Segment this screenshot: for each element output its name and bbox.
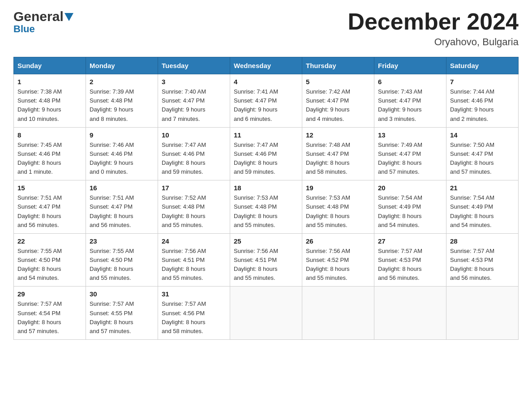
calendar-cell: 29Sunrise: 7:57 AMSunset: 4:54 PMDayligh… <box>14 287 86 340</box>
day-info: Sunrise: 7:55 AMSunset: 4:50 PMDaylight:… <box>90 247 154 283</box>
day-number: 8 <box>17 131 82 139</box>
calendar-cell: 4Sunrise: 7:41 AMSunset: 4:47 PMDaylight… <box>230 74 302 128</box>
day-header-tuesday: Tuesday <box>158 57 230 74</box>
day-number: 16 <box>90 184 154 192</box>
day-number: 9 <box>90 131 154 139</box>
day-info: Sunrise: 7:42 AMSunset: 4:47 PMDaylight:… <box>306 87 370 124</box>
day-number: 14 <box>450 131 515 139</box>
day-info: Sunrise: 7:50 AMSunset: 4:47 PMDaylight:… <box>450 141 515 177</box>
calendar-table: SundayMondayTuesdayWednesdayThursdayFrid… <box>13 57 519 340</box>
day-info: Sunrise: 7:57 AMSunset: 4:54 PMDaylight:… <box>17 300 82 336</box>
day-number: 20 <box>378 184 442 192</box>
day-info: Sunrise: 7:53 AMSunset: 4:48 PMDaylight:… <box>306 193 370 230</box>
day-info: Sunrise: 7:57 AMSunset: 4:53 PMDaylight:… <box>378 247 442 283</box>
calendar-cell: 2Sunrise: 7:39 AMSunset: 4:48 PMDaylight… <box>86 74 158 128</box>
calendar-cell: 24Sunrise: 7:56 AMSunset: 4:51 PMDayligh… <box>158 233 230 287</box>
day-info: Sunrise: 7:54 AMSunset: 4:49 PMDaylight:… <box>450 193 515 230</box>
calendar-cell: 6Sunrise: 7:43 AMSunset: 4:47 PMDaylight… <box>374 74 446 128</box>
calendar-week-row: 15Sunrise: 7:51 AMSunset: 4:47 PMDayligh… <box>14 180 519 234</box>
day-number: 17 <box>162 184 226 192</box>
day-number: 15 <box>17 184 82 192</box>
day-info: Sunrise: 7:56 AMSunset: 4:51 PMDaylight:… <box>234 247 298 283</box>
calendar-cell: 21Sunrise: 7:54 AMSunset: 4:49 PMDayligh… <box>446 180 519 234</box>
calendar-cell: 5Sunrise: 7:42 AMSunset: 4:47 PMDaylight… <box>302 74 374 128</box>
day-info: Sunrise: 7:43 AMSunset: 4:47 PMDaylight:… <box>378 87 442 124</box>
day-header-monday: Monday <box>86 57 158 74</box>
day-info: Sunrise: 7:47 AMSunset: 4:46 PMDaylight:… <box>234 141 298 177</box>
calendar-week-row: 22Sunrise: 7:55 AMSunset: 4:50 PMDayligh… <box>14 233 519 287</box>
day-info: Sunrise: 7:55 AMSunset: 4:50 PMDaylight:… <box>17 247 82 283</box>
day-info: Sunrise: 7:56 AMSunset: 4:52 PMDaylight:… <box>306 247 370 283</box>
day-info: Sunrise: 7:56 AMSunset: 4:51 PMDaylight:… <box>162 247 226 283</box>
day-number: 18 <box>234 184 298 192</box>
day-number: 11 <box>234 131 298 139</box>
day-number: 19 <box>306 184 370 192</box>
calendar-cell: 27Sunrise: 7:57 AMSunset: 4:53 PMDayligh… <box>374 233 446 287</box>
day-number: 13 <box>378 131 442 139</box>
day-info: Sunrise: 7:48 AMSunset: 4:47 PMDaylight:… <box>306 141 370 177</box>
calendar-week-row: 1Sunrise: 7:38 AMSunset: 4:48 PMDaylight… <box>14 74 519 128</box>
day-header-wednesday: Wednesday <box>230 57 302 74</box>
day-info: Sunrise: 7:44 AMSunset: 4:46 PMDaylight:… <box>450 87 515 124</box>
calendar-cell: 15Sunrise: 7:51 AMSunset: 4:47 PMDayligh… <box>14 180 86 234</box>
day-number: 7 <box>450 78 515 86</box>
day-info: Sunrise: 7:41 AMSunset: 4:47 PMDaylight:… <box>234 87 298 124</box>
calendar-cell: 18Sunrise: 7:53 AMSunset: 4:48 PMDayligh… <box>230 180 302 234</box>
calendar-cell <box>230 287 302 340</box>
calendar-cell: 16Sunrise: 7:51 AMSunset: 4:47 PMDayligh… <box>86 180 158 234</box>
calendar-cell: 20Sunrise: 7:54 AMSunset: 4:49 PMDayligh… <box>374 180 446 234</box>
day-number: 30 <box>90 290 154 298</box>
day-info: Sunrise: 7:46 AMSunset: 4:46 PMDaylight:… <box>90 141 154 177</box>
calendar-cell: 14Sunrise: 7:50 AMSunset: 4:47 PMDayligh… <box>446 127 519 180</box>
calendar-title: December 2024 <box>348 9 519 34</box>
day-number: 31 <box>162 290 226 298</box>
day-number: 12 <box>306 131 370 139</box>
day-number: 2 <box>90 78 154 86</box>
logo: General Blue <box>13 9 73 35</box>
day-number: 3 <box>162 78 226 86</box>
day-number: 26 <box>306 237 370 245</box>
day-info: Sunrise: 7:40 AMSunset: 4:47 PMDaylight:… <box>162 87 226 124</box>
calendar-cell: 1Sunrise: 7:38 AMSunset: 4:48 PMDaylight… <box>14 74 86 128</box>
calendar-header-row: SundayMondayTuesdayWednesdayThursdayFrid… <box>14 57 519 74</box>
day-number: 5 <box>306 78 370 86</box>
calendar-cell: 30Sunrise: 7:57 AMSunset: 4:55 PMDayligh… <box>86 287 158 340</box>
day-header-friday: Friday <box>374 57 446 74</box>
day-number: 10 <box>162 131 226 139</box>
day-header-saturday: Saturday <box>446 57 519 74</box>
day-info: Sunrise: 7:52 AMSunset: 4:48 PMDaylight:… <box>162 193 226 230</box>
calendar-cell: 3Sunrise: 7:40 AMSunset: 4:47 PMDaylight… <box>158 74 230 128</box>
calendar-cell <box>374 287 446 340</box>
day-info: Sunrise: 7:54 AMSunset: 4:49 PMDaylight:… <box>378 193 442 230</box>
day-number: 29 <box>17 290 82 298</box>
calendar-cell: 11Sunrise: 7:47 AMSunset: 4:46 PMDayligh… <box>230 127 302 180</box>
calendar-cell: 26Sunrise: 7:56 AMSunset: 4:52 PMDayligh… <box>302 233 374 287</box>
day-number: 4 <box>234 78 298 86</box>
day-number: 24 <box>162 237 226 245</box>
calendar-week-row: 29Sunrise: 7:57 AMSunset: 4:54 PMDayligh… <box>14 287 519 340</box>
day-info: Sunrise: 7:51 AMSunset: 4:47 PMDaylight:… <box>90 193 154 230</box>
title-section: December 2024 Oryahovo, Bulgaria <box>348 9 519 48</box>
day-info: Sunrise: 7:51 AMSunset: 4:47 PMDaylight:… <box>17 193 82 230</box>
calendar-cell <box>302 287 374 340</box>
logo-triangle-icon <box>64 13 73 21</box>
day-info: Sunrise: 7:47 AMSunset: 4:46 PMDaylight:… <box>162 141 226 177</box>
logo-blue: Blue <box>13 23 35 35</box>
day-info: Sunrise: 7:53 AMSunset: 4:48 PMDaylight:… <box>234 193 298 230</box>
calendar-cell: 17Sunrise: 7:52 AMSunset: 4:48 PMDayligh… <box>158 180 230 234</box>
day-number: 28 <box>450 237 515 245</box>
calendar-cell: 19Sunrise: 7:53 AMSunset: 4:48 PMDayligh… <box>302 180 374 234</box>
calendar-cell <box>446 287 519 340</box>
calendar-subtitle: Oryahovo, Bulgaria <box>348 36 519 48</box>
calendar-cell: 7Sunrise: 7:44 AMSunset: 4:46 PMDaylight… <box>446 74 519 128</box>
day-info: Sunrise: 7:39 AMSunset: 4:48 PMDaylight:… <box>90 87 154 124</box>
calendar-week-row: 8Sunrise: 7:45 AMSunset: 4:46 PMDaylight… <box>14 127 519 180</box>
calendar-cell: 9Sunrise: 7:46 AMSunset: 4:46 PMDaylight… <box>86 127 158 180</box>
calendar-cell: 25Sunrise: 7:56 AMSunset: 4:51 PMDayligh… <box>230 233 302 287</box>
calendar-cell: 12Sunrise: 7:48 AMSunset: 4:47 PMDayligh… <box>302 127 374 180</box>
day-info: Sunrise: 7:57 AMSunset: 4:53 PMDaylight:… <box>450 247 515 283</box>
day-info: Sunrise: 7:49 AMSunset: 4:47 PMDaylight:… <box>378 141 442 177</box>
calendar-cell: 8Sunrise: 7:45 AMSunset: 4:46 PMDaylight… <box>14 127 86 180</box>
day-info: Sunrise: 7:57 AMSunset: 4:56 PMDaylight:… <box>162 300 226 336</box>
page-header: General Blue December 2024 Oryahovo, Bul… <box>13 9 519 48</box>
